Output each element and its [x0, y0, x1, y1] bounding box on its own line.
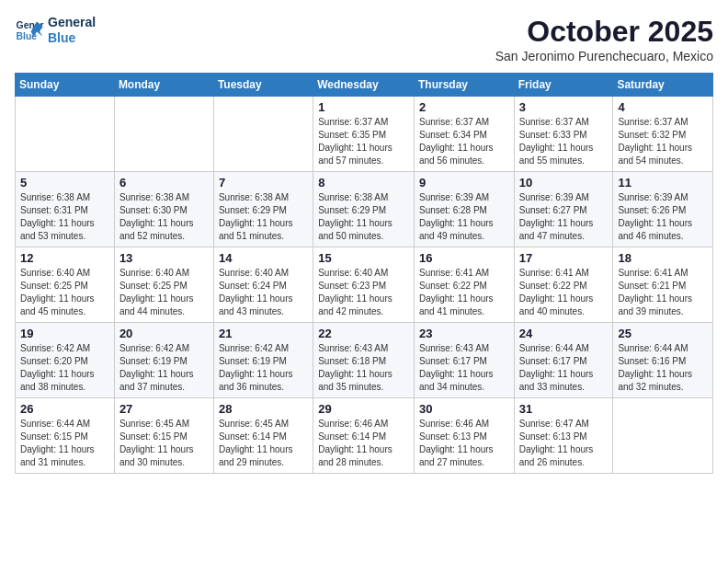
day-number: 1	[318, 100, 409, 114]
calendar-cell: 30Sunrise: 6:46 AM Sunset: 6:13 PM Dayli…	[414, 398, 514, 474]
calendar-week-4: 19Sunrise: 6:42 AM Sunset: 6:20 PM Dayli…	[16, 323, 713, 398]
calendar-header-row: SundayMondayTuesdayWednesdayThursdayFrid…	[16, 74, 713, 97]
calendar-cell: 29Sunrise: 6:46 AM Sunset: 6:14 PM Dayli…	[313, 398, 415, 474]
day-info: Sunrise: 6:42 AM Sunset: 6:19 PM Dayligh…	[119, 342, 209, 394]
calendar-cell: 7Sunrise: 6:38 AM Sunset: 6:29 PM Daylig…	[213, 172, 313, 247]
logo-text: General Blue	[48, 15, 96, 46]
weekday-header-friday: Friday	[514, 74, 613, 97]
day-info: Sunrise: 6:44 AM Sunset: 6:17 PM Dayligh…	[519, 342, 609, 394]
calendar-cell: 16Sunrise: 6:41 AM Sunset: 6:22 PM Dayli…	[414, 247, 514, 323]
day-number: 26	[20, 402, 109, 416]
calendar-cell: 27Sunrise: 6:45 AM Sunset: 6:15 PM Dayli…	[114, 398, 213, 474]
day-info: Sunrise: 6:41 AM Sunset: 6:21 PM Dayligh…	[618, 267, 708, 318]
day-number: 21	[219, 327, 308, 340]
calendar-cell: 2Sunrise: 6:37 AM Sunset: 6:34 PM Daylig…	[414, 97, 514, 172]
calendar-week-1: 1Sunrise: 6:37 AM Sunset: 6:35 PM Daylig…	[16, 97, 713, 172]
day-number: 3	[519, 100, 609, 114]
day-info: Sunrise: 6:38 AM Sunset: 6:31 PM Dayligh…	[20, 191, 109, 243]
day-info: Sunrise: 6:37 AM Sunset: 6:35 PM Dayligh…	[318, 116, 409, 167]
day-number: 30	[419, 402, 509, 416]
weekday-header-saturday: Saturday	[613, 74, 713, 97]
day-number: 9	[419, 176, 509, 190]
calendar-cell: 15Sunrise: 6:40 AM Sunset: 6:23 PM Dayli…	[313, 247, 415, 323]
calendar-week-3: 12Sunrise: 6:40 AM Sunset: 6:25 PM Dayli…	[16, 247, 713, 323]
calendar-cell: 9Sunrise: 6:39 AM Sunset: 6:28 PM Daylig…	[414, 172, 514, 247]
calendar-cell: 24Sunrise: 6:44 AM Sunset: 6:17 PM Dayli…	[514, 323, 613, 398]
logo: General Blue General Blue	[15, 15, 96, 46]
day-number: 19	[20, 327, 109, 340]
calendar-week-2: 5Sunrise: 6:38 AM Sunset: 6:31 PM Daylig…	[16, 172, 713, 247]
day-info: Sunrise: 6:45 AM Sunset: 6:15 PM Dayligh…	[119, 418, 209, 469]
calendar-cell: 17Sunrise: 6:41 AM Sunset: 6:22 PM Dayli…	[514, 247, 613, 323]
day-info: Sunrise: 6:40 AM Sunset: 6:25 PM Dayligh…	[119, 267, 209, 318]
calendar-cell: 11Sunrise: 6:39 AM Sunset: 6:26 PM Dayli…	[613, 172, 713, 247]
calendar-cell: 3Sunrise: 6:37 AM Sunset: 6:33 PM Daylig…	[514, 97, 613, 172]
day-number: 4	[618, 100, 708, 114]
calendar-cell: 22Sunrise: 6:43 AM Sunset: 6:18 PM Dayli…	[313, 323, 415, 398]
day-info: Sunrise: 6:38 AM Sunset: 6:29 PM Dayligh…	[318, 191, 409, 243]
calendar-cell: 6Sunrise: 6:38 AM Sunset: 6:30 PM Daylig…	[114, 172, 213, 247]
page-header: General Blue General Blue October 2025 S…	[15, 15, 713, 63]
calendar-cell: 25Sunrise: 6:44 AM Sunset: 6:16 PM Dayli…	[613, 323, 713, 398]
calendar-week-5: 26Sunrise: 6:44 AM Sunset: 6:15 PM Dayli…	[16, 398, 713, 474]
day-number: 25	[618, 327, 708, 340]
calendar-cell: 12Sunrise: 6:40 AM Sunset: 6:25 PM Dayli…	[16, 247, 115, 323]
location-subtitle: San Jeronimo Purenchecuaro, Mexico	[495, 49, 713, 63]
calendar-body: 1Sunrise: 6:37 AM Sunset: 6:35 PM Daylig…	[16, 97, 713, 474]
day-info: Sunrise: 6:42 AM Sunset: 6:20 PM Dayligh…	[20, 342, 109, 394]
calendar-cell: 31Sunrise: 6:47 AM Sunset: 6:13 PM Dayli…	[514, 398, 613, 474]
day-info: Sunrise: 6:46 AM Sunset: 6:14 PM Dayligh…	[318, 418, 409, 469]
day-number: 11	[618, 176, 708, 190]
day-info: Sunrise: 6:39 AM Sunset: 6:27 PM Dayligh…	[519, 191, 609, 243]
day-number: 12	[20, 251, 109, 265]
calendar-cell: 28Sunrise: 6:45 AM Sunset: 6:14 PM Dayli…	[213, 398, 313, 474]
weekday-header-sunday: Sunday	[16, 74, 115, 97]
calendar-cell: 8Sunrise: 6:38 AM Sunset: 6:29 PM Daylig…	[313, 172, 415, 247]
day-number: 27	[119, 402, 209, 416]
day-number: 2	[419, 100, 509, 114]
calendar-cell: 13Sunrise: 6:40 AM Sunset: 6:25 PM Dayli…	[114, 247, 213, 323]
day-info: Sunrise: 6:38 AM Sunset: 6:30 PM Dayligh…	[119, 191, 209, 243]
day-number: 7	[219, 176, 308, 190]
day-info: Sunrise: 6:43 AM Sunset: 6:17 PM Dayligh…	[419, 342, 509, 394]
calendar-cell	[213, 97, 313, 172]
day-info: Sunrise: 6:38 AM Sunset: 6:29 PM Dayligh…	[219, 191, 308, 243]
weekday-header-monday: Monday	[114, 74, 213, 97]
weekday-header-tuesday: Tuesday	[213, 74, 313, 97]
day-number: 14	[219, 251, 308, 265]
day-info: Sunrise: 6:44 AM Sunset: 6:16 PM Dayligh…	[618, 342, 708, 394]
day-info: Sunrise: 6:42 AM Sunset: 6:19 PM Dayligh…	[219, 342, 308, 394]
day-info: Sunrise: 6:43 AM Sunset: 6:18 PM Dayligh…	[318, 342, 409, 394]
day-number: 23	[419, 327, 509, 340]
calendar-cell: 5Sunrise: 6:38 AM Sunset: 6:31 PM Daylig…	[16, 172, 115, 247]
day-info: Sunrise: 6:45 AM Sunset: 6:14 PM Dayligh…	[219, 418, 308, 469]
calendar-cell	[613, 398, 713, 474]
day-info: Sunrise: 6:37 AM Sunset: 6:33 PM Dayligh…	[519, 116, 609, 167]
day-number: 13	[119, 251, 209, 265]
calendar-cell: 14Sunrise: 6:40 AM Sunset: 6:24 PM Dayli…	[213, 247, 313, 323]
month-title: October 2025	[495, 15, 713, 49]
calendar-cell: 19Sunrise: 6:42 AM Sunset: 6:20 PM Dayli…	[16, 323, 115, 398]
day-number: 20	[119, 327, 209, 340]
day-number: 24	[519, 327, 609, 340]
day-number: 16	[419, 251, 509, 265]
calendar-cell: 26Sunrise: 6:44 AM Sunset: 6:15 PM Dayli…	[16, 398, 115, 474]
day-info: Sunrise: 6:37 AM Sunset: 6:32 PM Dayligh…	[618, 116, 708, 167]
day-number: 28	[219, 402, 308, 416]
day-number: 17	[519, 251, 609, 265]
calendar-cell: 4Sunrise: 6:37 AM Sunset: 6:32 PM Daylig…	[613, 97, 713, 172]
day-number: 31	[519, 402, 609, 416]
day-number: 18	[618, 251, 708, 265]
day-number: 22	[318, 327, 409, 340]
calendar-cell: 23Sunrise: 6:43 AM Sunset: 6:17 PM Dayli…	[414, 323, 514, 398]
title-block: October 2025 San Jeronimo Purenchecuaro,…	[495, 15, 713, 63]
day-info: Sunrise: 6:47 AM Sunset: 6:13 PM Dayligh…	[519, 418, 609, 469]
calendar-cell: 10Sunrise: 6:39 AM Sunset: 6:27 PM Dayli…	[514, 172, 613, 247]
day-number: 29	[318, 402, 409, 416]
calendar-cell	[114, 97, 213, 172]
day-info: Sunrise: 6:40 AM Sunset: 6:24 PM Dayligh…	[219, 267, 308, 318]
day-info: Sunrise: 6:40 AM Sunset: 6:25 PM Dayligh…	[20, 267, 109, 318]
calendar-cell	[16, 97, 115, 172]
day-info: Sunrise: 6:40 AM Sunset: 6:23 PM Dayligh…	[318, 267, 409, 318]
weekday-header-thursday: Thursday	[414, 74, 514, 97]
